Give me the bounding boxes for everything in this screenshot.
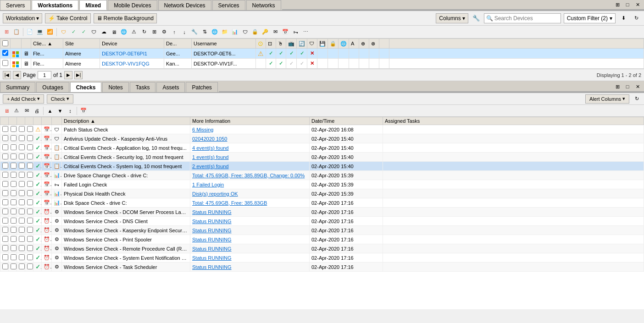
check-cb3-5[interactable] [19, 163, 25, 169]
close-top-icon[interactable]: ✕ [633, 0, 642, 9]
take-control-button[interactable]: ⚡ Take Control [45, 13, 90, 23]
check-cb4-13[interactable] [27, 236, 33, 242]
checks-table-row[interactable]: ✓ ⏰ ⚙ Windows Service Check - DNS Client… [0, 217, 644, 226]
mail-icon[interactable]: ✉ [271, 27, 280, 37]
checks-col-tasks[interactable]: Assigned Tasks [383, 117, 644, 125]
tab-networks[interactable]: Networks [246, 0, 281, 10]
check-cb4-5[interactable] [27, 163, 33, 169]
check-desc-1[interactable]: Patch Status Check [62, 125, 190, 134]
check-cb3-12[interactable] [19, 227, 25, 233]
device-table-row[interactable]: 🖥 Fle... Almere DESKTOP-VIV1FQG Kan... D… [0, 59, 644, 69]
check-cb4-3[interactable] [27, 144, 33, 150]
check-cb-1[interactable] [2, 126, 8, 132]
checks-col-date[interactable]: Date/Time [310, 117, 383, 125]
globe2-icon[interactable]: 🌐 [210, 27, 219, 37]
check-more-12[interactable]: Status RUNNING [190, 226, 310, 235]
check-more-11[interactable]: Status RUNNING [190, 217, 310, 226]
check-cb2-2[interactable] [11, 135, 17, 141]
bottom-maximize-icon[interactable]: □ [623, 82, 632, 91]
col-header-device[interactable]: Device [100, 39, 164, 49]
col-header-username[interactable]: Username [192, 39, 256, 49]
check-cb3-11[interactable] [19, 218, 25, 224]
tab-assets[interactable]: Assets [156, 82, 185, 92]
tab-summary[interactable]: Summary [0, 82, 35, 92]
check-desc-8[interactable]: Physical Disk Health Check [62, 189, 190, 198]
check-cb3-15[interactable] [19, 254, 25, 260]
tab-services[interactable]: Services [212, 0, 245, 10]
tick2-icon[interactable]: ✓ [79, 27, 88, 37]
page-input[interactable] [38, 71, 51, 79]
first-page-btn[interactable]: |◀ [3, 71, 11, 79]
checks-table-row[interactable]: ✓ ⏰ ⚙ Windows Service Check - Print Spoo… [0, 235, 644, 244]
workstation-dropdown[interactable]: Workstation ▾ [3, 13, 42, 23]
check-cb2-13[interactable] [11, 236, 17, 242]
check-cb-12[interactable] [2, 227, 8, 233]
checks-col-desc[interactable]: Description ▲ [62, 117, 190, 125]
check-cb4-7[interactable] [27, 181, 33, 187]
check-icon-monitor[interactable]: 🖥 [2, 106, 11, 115]
check-desc-4[interactable]: Critical Events Check - Security log, 10… [62, 153, 190, 162]
device-action-icon-2[interactable]: 📋 [12, 27, 21, 37]
row-checkbox-1[interactable] [2, 50, 8, 56]
check-desc-7[interactable]: Failed Login Check [62, 180, 190, 189]
more-icon[interactable]: ⋯ [301, 27, 310, 37]
check-desc-14[interactable]: Windows Service Check - Remote Procedure… [62, 244, 190, 253]
checks-table-row[interactable]: ✓ 📅 🗝 Failed Login Check 1 Failed Login … [0, 180, 644, 189]
sort-icon[interactable]: ⇅ [200, 27, 209, 37]
device-cell-1[interactable]: DESKTOP-0ET6PI1 [100, 49, 164, 59]
tab-workstations[interactable]: Workstations [32, 0, 78, 10]
add-check-button[interactable]: + Add Check ▾ [3, 94, 44, 104]
check-cb4-15[interactable] [27, 254, 33, 260]
check-cb3-16[interactable] [19, 263, 25, 269]
check-cb2-3[interactable] [11, 144, 17, 150]
lock-icon[interactable]: 🔒 [250, 27, 260, 37]
check-more-10[interactable]: Status RUNNING [190, 208, 310, 217]
check-cb3-13[interactable] [19, 236, 25, 242]
check-cb-8[interactable] [2, 190, 8, 196]
check-cb-4[interactable] [2, 153, 8, 159]
monitor-icon[interactable]: 🖥 [109, 27, 118, 37]
checks-table-row[interactable]: ✓ ⏰ ⚙ Windows Service Check - Task Sched… [0, 263, 644, 272]
check-cb4-4[interactable] [27, 153, 33, 159]
checks-table-row[interactable]: ✓ 📅 📊 Physical Disk Health Check Disk(s)… [0, 189, 644, 198]
check-icon-mail[interactable]: ✉ [22, 106, 31, 115]
tab-network-devices[interactable]: Network Devices [158, 0, 211, 10]
check-desc-3[interactable]: Critical Events Check - Application log,… [62, 143, 190, 153]
check-more-4[interactable]: 1 event(s) found [190, 153, 310, 162]
tab-patches[interactable]: Patches [186, 82, 217, 92]
check-cb-16[interactable] [2, 263, 8, 269]
checks-table-row[interactable]: ⚠ 📅 🛡 Patch Status Check 6 Missing 02-Ap… [0, 125, 644, 134]
check-cb-7[interactable] [2, 181, 8, 187]
check-cb-9[interactable] [2, 199, 8, 205]
grid-icon[interactable]: ⊞ [150, 27, 159, 37]
check-sort-down[interactable]: ▼ [56, 106, 65, 115]
check-cb2-16[interactable] [11, 263, 17, 269]
check-desc-9[interactable]: Disk Space Check - drive C: [62, 198, 190, 208]
check-button[interactable]: Check ▾ [47, 94, 73, 104]
tab-notes[interactable]: Notes [102, 82, 128, 92]
refresh2-icon[interactable]: ↻ [139, 27, 149, 37]
check-more-9[interactable]: Total: 475.69GB, Free: 385.83GB [190, 198, 310, 208]
shield3-icon[interactable]: 🛡 [240, 27, 250, 37]
checks-table-row[interactable]: ✓ ⏰ ⚙ Windows Service Check - DCOM Serve… [0, 208, 644, 217]
check-more-8[interactable]: Disk(s) reporting OK [190, 189, 310, 198]
check-cb-3[interactable] [2, 144, 8, 150]
restore-icon[interactable]: ⊞ [613, 0, 622, 9]
columns-dropdown[interactable]: Columns ▾ [436, 13, 468, 23]
device-action-icon-5[interactable]: 📶 [45, 27, 55, 37]
shield-check-icon[interactable]: 🛡 [59, 27, 68, 37]
checks-table-row[interactable]: ✓ 📅 🛡 Antivirus Update Check - Kaspersky… [0, 134, 644, 143]
check-cb3-1[interactable] [19, 126, 25, 132]
check-cb4-1[interactable] [27, 126, 33, 132]
tab-servers[interactable]: Servers [0, 0, 31, 10]
tab-mixed[interactable]: Mixed [79, 0, 107, 10]
row-checkbox-2[interactable] [2, 60, 8, 66]
check-cb2-14[interactable] [11, 245, 17, 251]
check-cb4-2[interactable] [27, 135, 33, 141]
check-more-2[interactable]: 02042020 1050 [190, 134, 310, 143]
graph-icon[interactable]: 📊 [230, 27, 239, 37]
prev-page-btn[interactable]: ◀ [13, 71, 21, 79]
arrow-up-icon[interactable]: ↑ [170, 27, 179, 37]
checks-table-row[interactable]: ✓ ⏰ ⚙ Windows Service Check - Remote Pro… [0, 244, 644, 253]
download-icon[interactable]: ⬇ [618, 13, 628, 23]
